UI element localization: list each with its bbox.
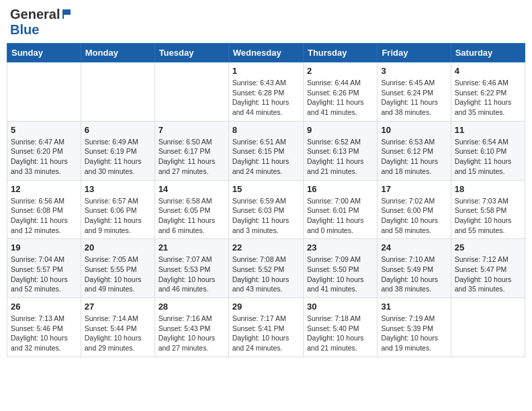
weekday-header-sunday: Sunday bbox=[7, 44, 81, 62]
weekday-header-tuesday: Tuesday bbox=[154, 44, 228, 62]
day-info: Sunrise: 7:07 AM Sunset: 5:53 PM Dayligh… bbox=[159, 255, 225, 294]
calendar-cell: 10Sunrise: 6:53 AM Sunset: 6:12 PM Dayli… bbox=[378, 121, 451, 180]
calendar-cell: 3Sunrise: 6:45 AM Sunset: 6:24 PM Daylig… bbox=[378, 62, 451, 122]
day-number: 1 bbox=[232, 66, 300, 76]
calendar-cell: 13Sunrise: 6:57 AM Sunset: 6:06 PM Dayli… bbox=[81, 180, 154, 239]
day-info: Sunrise: 7:16 AM Sunset: 5:43 PM Dayligh… bbox=[159, 314, 225, 353]
weekday-header-monday: Monday bbox=[81, 44, 154, 62]
day-number: 14 bbox=[159, 184, 225, 194]
day-info: Sunrise: 7:08 AM Sunset: 5:52 PM Dayligh… bbox=[232, 255, 300, 294]
day-info: Sunrise: 6:46 AM Sunset: 6:22 PM Dayligh… bbox=[455, 78, 521, 118]
weekday-header-friday: Friday bbox=[378, 44, 451, 62]
day-info: Sunrise: 6:58 AM Sunset: 6:05 PM Dayligh… bbox=[159, 196, 225, 236]
day-info: Sunrise: 7:12 AM Sunset: 5:47 PM Dayligh… bbox=[455, 255, 521, 294]
day-info: Sunrise: 6:49 AM Sunset: 6:19 PM Dayligh… bbox=[85, 137, 151, 177]
calendar-cell: 25Sunrise: 7:12 AM Sunset: 5:47 PM Dayli… bbox=[451, 239, 525, 298]
day-info: Sunrise: 6:54 AM Sunset: 6:10 PM Dayligh… bbox=[455, 137, 521, 177]
day-number: 2 bbox=[307, 66, 373, 76]
calendar-cell bbox=[7, 62, 81, 122]
day-number: 9 bbox=[307, 125, 373, 135]
calendar-cell: 16Sunrise: 7:00 AM Sunset: 6:01 PM Dayli… bbox=[303, 180, 377, 239]
day-number: 29 bbox=[232, 302, 300, 312]
day-info: Sunrise: 6:45 AM Sunset: 6:24 PM Dayligh… bbox=[381, 78, 447, 118]
day-number: 11 bbox=[455, 125, 521, 135]
day-number: 12 bbox=[11, 184, 77, 194]
day-number: 31 bbox=[381, 302, 447, 312]
day-info: Sunrise: 7:10 AM Sunset: 5:49 PM Dayligh… bbox=[381, 255, 447, 294]
day-info: Sunrise: 6:44 AM Sunset: 6:26 PM Dayligh… bbox=[307, 78, 373, 118]
calendar-cell: 21Sunrise: 7:07 AM Sunset: 5:53 PM Dayli… bbox=[154, 239, 228, 298]
day-info: Sunrise: 7:04 AM Sunset: 5:57 PM Dayligh… bbox=[11, 255, 77, 294]
day-info: Sunrise: 7:17 AM Sunset: 5:41 PM Dayligh… bbox=[232, 314, 300, 353]
calendar-cell: 29Sunrise: 7:17 AM Sunset: 5:41 PM Dayli… bbox=[228, 298, 303, 357]
day-number: 24 bbox=[381, 242, 447, 253]
calendar-cell: 22Sunrise: 7:08 AM Sunset: 5:52 PM Dayli… bbox=[228, 239, 303, 298]
calendar-cell: 27Sunrise: 7:14 AM Sunset: 5:44 PM Dayli… bbox=[81, 298, 154, 357]
calendar-cell bbox=[81, 62, 154, 122]
calendar-cell: 26Sunrise: 7:13 AM Sunset: 5:46 PM Dayli… bbox=[7, 298, 81, 357]
day-number: 17 bbox=[381, 184, 447, 194]
calendar-cell: 20Sunrise: 7:05 AM Sunset: 5:55 PM Dayli… bbox=[81, 239, 154, 298]
day-number: 15 bbox=[232, 184, 300, 194]
calendar-cell: 5Sunrise: 6:47 AM Sunset: 6:20 PM Daylig… bbox=[7, 121, 81, 180]
calendar-cell: 12Sunrise: 6:56 AM Sunset: 6:08 PM Dayli… bbox=[7, 180, 81, 239]
page-header: General Blue bbox=[7, 7, 525, 38]
day-number: 26 bbox=[11, 302, 77, 312]
calendar-cell: 1Sunrise: 6:43 AM Sunset: 6:28 PM Daylig… bbox=[228, 62, 303, 122]
logo-flag-icon bbox=[61, 8, 72, 19]
day-number: 7 bbox=[159, 125, 225, 135]
day-info: Sunrise: 7:18 AM Sunset: 5:40 PM Dayligh… bbox=[307, 314, 373, 353]
day-number: 20 bbox=[85, 242, 151, 253]
calendar-cell: 4Sunrise: 6:46 AM Sunset: 6:22 PM Daylig… bbox=[451, 62, 525, 122]
weekday-header-row: SundayMondayTuesdayWednesdayThursdayFrid… bbox=[7, 44, 525, 62]
day-number: 16 bbox=[307, 184, 373, 194]
day-info: Sunrise: 6:43 AM Sunset: 6:28 PM Dayligh… bbox=[232, 78, 300, 118]
day-info: Sunrise: 7:09 AM Sunset: 5:50 PM Dayligh… bbox=[307, 255, 373, 294]
calendar-cell: 17Sunrise: 7:02 AM Sunset: 6:00 PM Dayli… bbox=[378, 180, 451, 239]
day-info: Sunrise: 6:59 AM Sunset: 6:03 PM Dayligh… bbox=[232, 196, 300, 236]
calendar-week-row: 1Sunrise: 6:43 AM Sunset: 6:28 PM Daylig… bbox=[7, 62, 525, 122]
day-info: Sunrise: 6:47 AM Sunset: 6:20 PM Dayligh… bbox=[11, 137, 77, 177]
day-number: 25 bbox=[455, 242, 521, 253]
calendar-cell: 28Sunrise: 7:16 AM Sunset: 5:43 PM Dayli… bbox=[154, 298, 228, 357]
day-number: 23 bbox=[307, 242, 373, 253]
day-number: 28 bbox=[159, 302, 225, 312]
day-info: Sunrise: 7:19 AM Sunset: 5:39 PM Dayligh… bbox=[381, 314, 447, 353]
logo: General Blue bbox=[10, 7, 72, 38]
calendar-cell: 30Sunrise: 7:18 AM Sunset: 5:40 PM Dayli… bbox=[303, 298, 377, 357]
weekday-header-wednesday: Wednesday bbox=[228, 44, 303, 62]
day-number: 19 bbox=[11, 242, 77, 253]
day-number: 3 bbox=[381, 66, 447, 76]
day-number: 5 bbox=[11, 125, 77, 135]
calendar-week-row: 12Sunrise: 6:56 AM Sunset: 6:08 PM Dayli… bbox=[7, 180, 525, 239]
day-info: Sunrise: 7:02 AM Sunset: 6:00 PM Dayligh… bbox=[381, 196, 447, 236]
day-number: 21 bbox=[159, 242, 225, 253]
calendar-cell: 18Sunrise: 7:03 AM Sunset: 5:58 PM Dayli… bbox=[451, 180, 525, 239]
day-number: 22 bbox=[232, 242, 300, 253]
day-info: Sunrise: 6:50 AM Sunset: 6:17 PM Dayligh… bbox=[159, 137, 225, 177]
day-number: 8 bbox=[232, 125, 300, 135]
day-info: Sunrise: 6:56 AM Sunset: 6:08 PM Dayligh… bbox=[11, 196, 77, 236]
calendar-cell: 2Sunrise: 6:44 AM Sunset: 6:26 PM Daylig… bbox=[303, 62, 377, 122]
calendar-cell: 6Sunrise: 6:49 AM Sunset: 6:19 PM Daylig… bbox=[81, 121, 154, 180]
day-number: 30 bbox=[307, 302, 373, 312]
calendar-week-row: 5Sunrise: 6:47 AM Sunset: 6:20 PM Daylig… bbox=[7, 121, 525, 180]
calendar-cell: 8Sunrise: 6:51 AM Sunset: 6:15 PM Daylig… bbox=[228, 121, 303, 180]
calendar-cell: 23Sunrise: 7:09 AM Sunset: 5:50 PM Dayli… bbox=[303, 239, 377, 298]
calendar-cell: 7Sunrise: 6:50 AM Sunset: 6:17 PM Daylig… bbox=[154, 121, 228, 180]
weekday-header-thursday: Thursday bbox=[303, 44, 377, 62]
day-info: Sunrise: 6:52 AM Sunset: 6:13 PM Dayligh… bbox=[307, 137, 373, 177]
day-info: Sunrise: 6:57 AM Sunset: 6:06 PM Dayligh… bbox=[85, 196, 151, 236]
calendar-cell: 14Sunrise: 6:58 AM Sunset: 6:05 PM Dayli… bbox=[154, 180, 228, 239]
day-info: Sunrise: 6:53 AM Sunset: 6:12 PM Dayligh… bbox=[381, 137, 447, 177]
calendar-cell: 19Sunrise: 7:04 AM Sunset: 5:57 PM Dayli… bbox=[7, 239, 81, 298]
weekday-header-saturday: Saturday bbox=[451, 44, 525, 62]
calendar-cell: 24Sunrise: 7:10 AM Sunset: 5:49 PM Dayli… bbox=[378, 239, 451, 298]
day-number: 6 bbox=[85, 125, 151, 135]
calendar-cell: 9Sunrise: 6:52 AM Sunset: 6:13 PM Daylig… bbox=[303, 121, 377, 180]
logo-general: General bbox=[10, 7, 60, 22]
day-info: Sunrise: 7:03 AM Sunset: 5:58 PM Dayligh… bbox=[455, 196, 521, 236]
calendar-week-row: 26Sunrise: 7:13 AM Sunset: 5:46 PM Dayli… bbox=[7, 298, 525, 357]
day-info: Sunrise: 7:13 AM Sunset: 5:46 PM Dayligh… bbox=[11, 314, 77, 353]
day-number: 13 bbox=[85, 184, 151, 194]
